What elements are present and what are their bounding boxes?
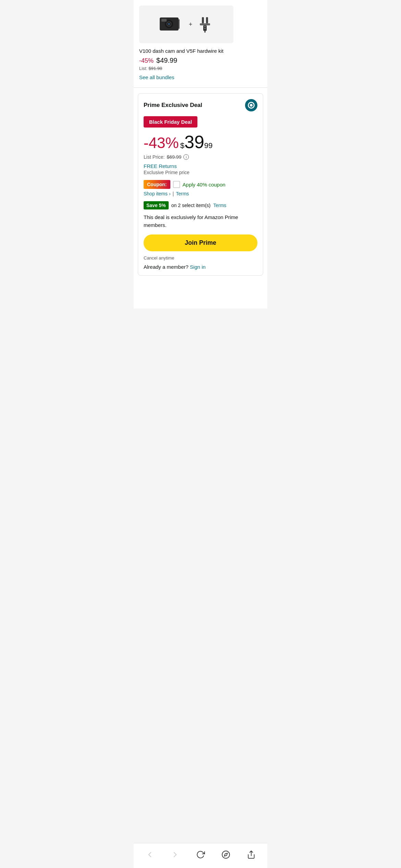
prime-deal-header: Prime Exclusive Deal bbox=[144, 99, 257, 111]
svg-point-12 bbox=[204, 26, 206, 27]
bundle-section: + V100 dash cam and V5F hardwire kit -45… bbox=[134, 0, 267, 88]
save-text: on 2 select item(s) bbox=[171, 203, 210, 208]
coupon-checkbox[interactable] bbox=[173, 181, 180, 188]
svg-point-4 bbox=[168, 23, 170, 25]
already-member-row: Already a member? Sign in bbox=[144, 264, 257, 270]
coupon-badge: Coupon: bbox=[144, 180, 170, 189]
deal-list-price-row: List Price: $69.99 i bbox=[144, 154, 257, 160]
svg-rect-11 bbox=[204, 31, 206, 33]
save-badge: Save 5% bbox=[144, 201, 169, 209]
see-all-bundles-link[interactable]: See all bundles bbox=[139, 74, 174, 80]
cancel-anytime: Cancel anytime bbox=[144, 255, 257, 261]
product-image: + bbox=[139, 5, 233, 43]
coupon-row: Coupon: Apply 40% coupon bbox=[144, 180, 257, 189]
svg-rect-5 bbox=[161, 19, 167, 22]
bundle-title: V100 dash cam and V5F hardwire kit bbox=[139, 47, 262, 55]
prime-deal-title: Prime Exclusive Deal bbox=[144, 102, 202, 109]
black-friday-badge: Black Friday Deal bbox=[144, 116, 197, 128]
bundle-discount-pct: -45% bbox=[139, 57, 154, 64]
deal-price-cents: 99 bbox=[204, 142, 212, 149]
prime-exclusive-text: This deal is exclusively for Amazon Prim… bbox=[144, 214, 257, 229]
save-badge-row: Save 5% on 2 select item(s) Terms bbox=[144, 201, 257, 209]
deal-list-label: List Price: bbox=[144, 154, 165, 160]
deal-list-price: $69.99 bbox=[167, 154, 181, 160]
shop-items-link[interactable]: Shop items › bbox=[144, 191, 171, 196]
bundle-list-price-row: List: $91.98 bbox=[139, 66, 262, 71]
deal-discount-pct: -43% bbox=[144, 135, 179, 150]
svg-rect-9 bbox=[200, 23, 210, 25]
deal-dollar-sign: $ bbox=[180, 142, 184, 149]
bundle-current-price: $49.99 bbox=[156, 57, 177, 64]
svg-point-13 bbox=[204, 28, 206, 29]
exclusive-prime: Exclusive Prime price bbox=[144, 170, 257, 175]
prime-icon bbox=[245, 99, 257, 111]
prime-deal-card: Prime Exclusive Deal Black Friday Deal -… bbox=[138, 93, 263, 276]
sign-in-link-text[interactable]: Sign in bbox=[190, 264, 206, 270]
free-returns[interactable]: FREE Returns bbox=[144, 163, 257, 169]
svg-rect-7 bbox=[202, 17, 204, 23]
plus-icon: + bbox=[189, 21, 193, 28]
terms-link-2[interactable]: Terms bbox=[213, 203, 226, 208]
prime-icon-inner bbox=[249, 103, 254, 108]
shop-terms-row: Shop items › | Terms bbox=[144, 191, 257, 196]
already-member-text: Already a member? bbox=[144, 264, 189, 270]
apply-coupon-text[interactable]: Apply 40% coupon bbox=[183, 182, 226, 188]
bundle-list-price: $91.98 bbox=[148, 66, 162, 71]
hardwire-kit-image bbox=[196, 15, 215, 34]
deal-price-row: -43% $ 39 99 bbox=[144, 133, 257, 151]
join-prime-button[interactable]: Join Prime bbox=[144, 234, 257, 251]
dash-cam-image bbox=[158, 14, 185, 35]
list-label: List: bbox=[139, 66, 147, 71]
separator: | bbox=[173, 191, 174, 196]
terms-link-1[interactable]: Terms bbox=[176, 191, 189, 196]
svg-rect-8 bbox=[206, 17, 208, 23]
deal-price-main: 39 bbox=[184, 133, 204, 151]
info-icon[interactable]: i bbox=[183, 154, 189, 160]
svg-rect-6 bbox=[179, 19, 180, 29]
